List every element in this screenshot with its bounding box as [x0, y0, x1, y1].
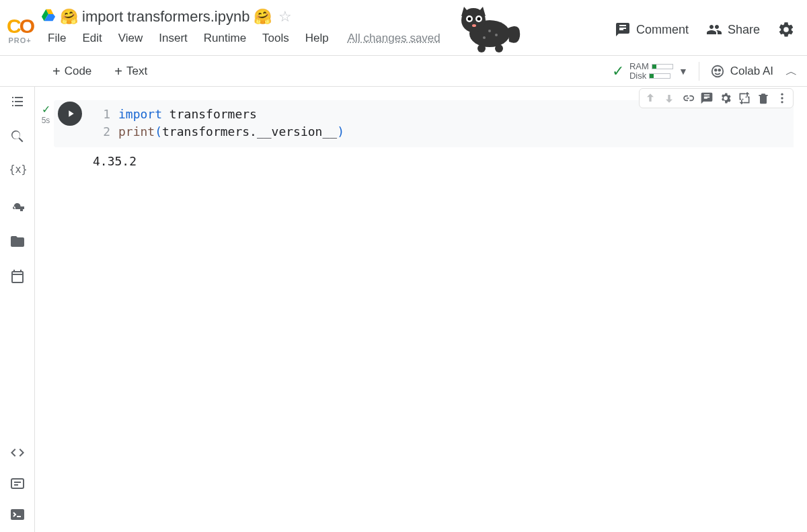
link-icon[interactable]	[681, 91, 695, 105]
colab-ai-label: Colab AI	[730, 65, 773, 78]
mirror-cell-icon[interactable]	[738, 91, 751, 105]
menu-file[interactable]: File	[41, 30, 73, 46]
menu-help[interactable]: Help	[299, 30, 336, 46]
svg-point-18	[712, 65, 723, 77]
share-label: Share	[728, 23, 760, 37]
ram-label: RAM	[629, 61, 649, 71]
line-number: 2	[97, 123, 110, 141]
move-up-icon[interactable]	[644, 91, 657, 105]
line-number: 1	[97, 106, 110, 123]
svg-point-17	[483, 36, 486, 39]
collapse-icon[interactable]: ︿	[785, 63, 798, 79]
menu-insert[interactable]: Insert	[152, 30, 194, 46]
add-code-label: Code	[65, 65, 92, 78]
divider	[699, 62, 699, 81]
cat-mascot-icon	[451, 1, 525, 56]
notebook-title[interactable]: import transformers.ipynb	[82, 8, 249, 26]
svg-point-12	[472, 24, 476, 27]
drive-icon[interactable]	[41, 7, 56, 26]
comment-cell-icon[interactable]	[700, 91, 714, 105]
cell-toolbar	[639, 88, 794, 108]
star-icon[interactable]: ☆	[278, 8, 292, 26]
move-down-icon[interactable]	[662, 91, 676, 105]
cell-settings-icon[interactable]	[719, 91, 732, 105]
command-palette-icon[interactable]	[9, 476, 26, 492]
svg-point-14	[495, 44, 503, 52]
check-icon: ✓	[42, 103, 50, 116]
menu-view[interactable]: View	[112, 30, 150, 46]
run-button[interactable]	[58, 102, 82, 126]
menu-edit[interactable]: Edit	[75, 30, 108, 46]
pro-badge: PRO+	[8, 36, 31, 44]
settings-button[interactable]	[777, 21, 795, 38]
toc-icon[interactable]	[9, 93, 26, 110]
terminal-icon[interactable]	[9, 506, 26, 523]
menu-runtime[interactable]: Runtime	[197, 30, 253, 46]
comment-button[interactable]: Comment	[615, 22, 689, 38]
save-status: All changes saved	[341, 30, 447, 46]
share-button[interactable]: Share	[706, 22, 760, 38]
menu-tools[interactable]: Tools	[256, 30, 296, 46]
header: CO PRO+ 🤗 import transformers.ipynb 🤗 ☆ …	[0, 0, 807, 56]
cell-gutter: ✓ 5s	[38, 100, 54, 147]
disk-label: Disk	[629, 71, 646, 81]
check-icon: ✓	[612, 63, 624, 80]
more-icon[interactable]	[775, 91, 789, 105]
menubar: File Edit View Insert Runtime Tools Help…	[40, 26, 615, 52]
disk-bar	[649, 73, 670, 79]
toolbar: +Code +Text ✓ RAM Disk ▼ Colab AI ︿	[0, 56, 807, 87]
connection-status[interactable]: ✓ RAM Disk ▼	[612, 62, 688, 81]
dropdown-icon[interactable]: ▼	[679, 66, 688, 77]
files-icon[interactable]	[9, 233, 26, 250]
svg-point-11	[477, 17, 481, 21]
colab-ai-button[interactable]: Colab AI	[710, 64, 773, 79]
hugging-face-icon: 🤗	[60, 8, 78, 26]
title-row: 🤗 import transformers.ipynb 🤗 ☆	[40, 7, 615, 26]
add-code-button[interactable]: +Code	[47, 62, 97, 81]
svg-point-25	[781, 101, 783, 103]
calendar-icon[interactable]	[9, 268, 26, 284]
svg-point-16	[495, 34, 498, 36]
delete-icon[interactable]	[757, 91, 770, 105]
variables-icon[interactable]: {x}	[9, 163, 26, 180]
ram-bar	[652, 64, 673, 69]
hugging-face-icon: 🤗	[254, 8, 272, 26]
exec-time: 5s	[42, 116, 50, 125]
add-text-label: Text	[126, 65, 147, 78]
svg-point-20	[718, 69, 720, 71]
svg-point-19	[715, 69, 717, 71]
add-text-button[interactable]: +Text	[109, 62, 153, 81]
svg-point-15	[488, 30, 491, 32]
svg-rect-22	[11, 509, 24, 520]
comment-label: Comment	[636, 23, 689, 37]
svg-rect-21	[11, 479, 24, 488]
svg-point-13	[477, 44, 486, 52]
secrets-icon[interactable]	[9, 198, 26, 215]
svg-point-23	[781, 93, 783, 96]
cell-output: 4.35.2	[93, 154, 794, 178]
code-cell: ✓ 5s 1import transformers 2print(transfo…	[38, 100, 794, 178]
code-snippets-icon[interactable]	[9, 445, 26, 461]
colab-logo[interactable]: CO PRO+	[7, 15, 33, 44]
left-rail: {x}	[0, 87, 35, 532]
notebook-area: ✓ 5s 1import transformers 2print(transfo…	[35, 87, 807, 532]
svg-point-24	[781, 97, 783, 99]
search-icon[interactable]	[9, 128, 26, 145]
svg-point-9	[468, 17, 471, 21]
